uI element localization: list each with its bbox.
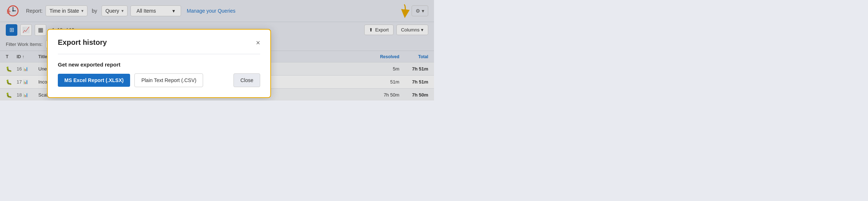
modal-header: Export history × xyxy=(58,38,260,47)
export-history-modal: Export history × Get new exported report… xyxy=(47,29,271,98)
modal-actions: MS Excel Report (.XLSX) Plain Text Repor… xyxy=(58,73,260,87)
close-modal-button[interactable]: Close xyxy=(233,73,260,87)
modal-close-button[interactable]: × xyxy=(256,39,260,46)
modal-divider xyxy=(58,54,260,54)
modal-subtitle: Get new exported report xyxy=(58,61,260,68)
csv-export-button[interactable]: Plain Text Report (.CSV) xyxy=(134,73,203,87)
xlsx-export-button[interactable]: MS Excel Report (.XLSX) xyxy=(58,74,130,87)
modal-title: Export history xyxy=(58,38,107,47)
